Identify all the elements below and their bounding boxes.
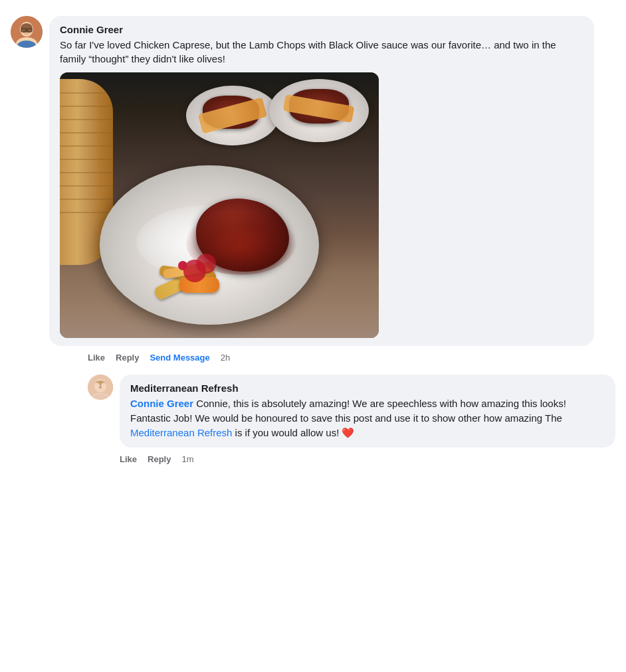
small-plate-2	[269, 79, 369, 142]
main-reply-button[interactable]: Reply	[116, 350, 139, 365]
food-image	[60, 72, 379, 338]
reply-text-after-mention: Connie, this is absolutely amazing! We a…	[130, 398, 566, 424]
carrot	[179, 277, 219, 293]
main-comment-content: Connie Greer So far I've loved Chicken C…	[49, 16, 615, 467]
reply-time: 1m	[181, 454, 193, 464]
small-plate-1	[186, 86, 279, 145]
food-image-wrap	[60, 72, 379, 338]
avatar-med-image	[88, 375, 113, 400]
reply-text-end: is if you would allow us! ❤️	[232, 427, 354, 438]
mention-page[interactable]: Mediterranean Refresh	[130, 427, 232, 438]
svg-point-14	[94, 383, 100, 389]
main-comment-row: Connie Greer So far I've loved Chicken C…	[11, 16, 615, 467]
avatar-connie	[11, 16, 43, 48]
main-comment-time: 2h	[221, 353, 230, 363]
pomegranate	[178, 261, 187, 270]
svg-point-15	[101, 383, 106, 389]
main-comment-actions: Like Reply Send Message 2h	[49, 350, 615, 365]
reply-content: Mediterranean Refresh Connie Greer Conni…	[120, 375, 615, 467]
avatar-mediterranean-refresh	[88, 375, 113, 400]
main-plate	[100, 165, 319, 325]
main-comment-author: Connie Greer	[60, 24, 583, 35]
reply-reply-button[interactable]: Reply	[148, 452, 171, 467]
main-send-message-button[interactable]: Send Message	[150, 350, 209, 365]
reply-comment-row: Mediterranean Refresh Connie Greer Conni…	[49, 375, 615, 467]
reply-like-button[interactable]: Like	[120, 452, 137, 467]
main-comment-text: So far I've loved Chicken Caprese, but t…	[60, 38, 583, 66]
sauce	[186, 212, 296, 275]
comment-thread: Connie Greer So far I've loved Chicken C…	[11, 11, 615, 476]
mention-connie[interactable]: Connie Greer	[130, 398, 193, 409]
reply-actions: Like Reply 1m	[120, 452, 615, 467]
avatar-connie-image	[11, 16, 43, 48]
reply-bubble: Mediterranean Refresh Connie Greer Conni…	[120, 375, 615, 448]
main-comment-bubble: Connie Greer So far I've loved Chicken C…	[49, 16, 594, 346]
main-like-button[interactable]: Like	[88, 350, 105, 365]
reply-author: Mediterranean Refresh	[130, 382, 605, 394]
svg-point-3	[21, 23, 33, 33]
reply-text: Connie Greer Connie, this is absolutely …	[130, 396, 605, 440]
